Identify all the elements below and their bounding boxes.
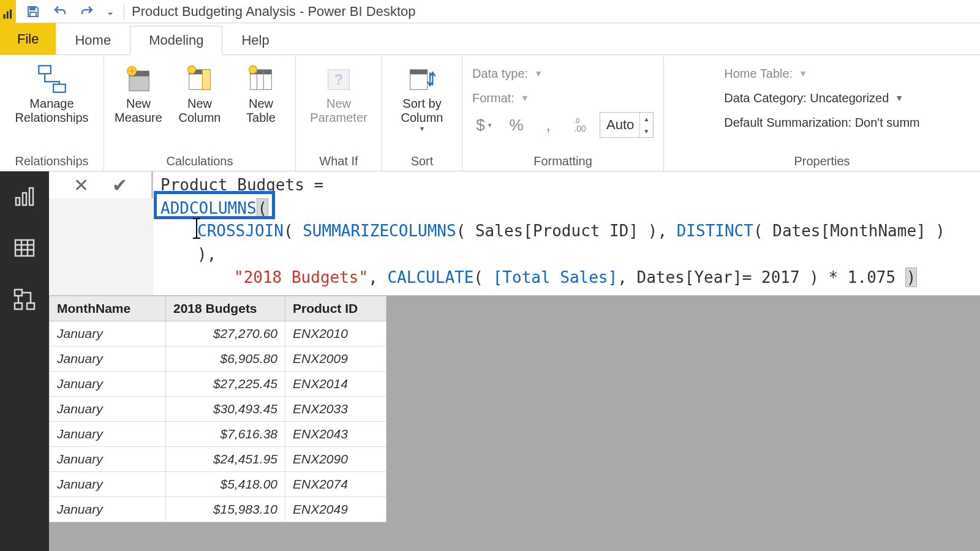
new-table-label: New Table — [246, 97, 276, 125]
window-title: Product Budgeting Analysis - Power BI De… — [132, 4, 415, 20]
svg-point-18 — [249, 66, 257, 73]
new-column-label: New Column — [179, 97, 221, 125]
titlebar: Product Budgeting Analysis - Power BI De… — [0, 0, 980, 23]
data-view-icon[interactable] — [10, 234, 39, 262]
table-row[interactable]: January$15,983.10ENX2049 — [50, 497, 386, 522]
tab-help[interactable]: Help — [222, 26, 288, 55]
svg-rect-31 — [15, 290, 22, 296]
new-table-icon — [244, 62, 277, 96]
home-table-dropdown[interactable]: Home Table:▼ — [724, 61, 919, 86]
new-measure-label: New Measure — [115, 97, 162, 125]
data-category-dropdown[interactable]: Data Category: Uncategorized▼ — [724, 86, 919, 110]
decimal-places-stepper[interactable]: Auto ▲▼ — [600, 112, 654, 138]
percent-button[interactable]: % — [504, 113, 529, 137]
view-switcher — [0, 171, 49, 551]
data-type-dropdown[interactable]: Data type:▼ — [472, 61, 654, 86]
svg-rect-0 — [4, 14, 6, 19]
undo-icon[interactable] — [50, 2, 70, 21]
svg-rect-24 — [23, 193, 26, 205]
formula-editor[interactable]: Product Budgets = ADDCOLUMNS( CROSSJOIN(… — [153, 171, 980, 295]
col-header-productid[interactable]: Product ID — [285, 296, 386, 321]
svg-text:?: ? — [334, 71, 344, 88]
group-whatif-label: What If — [319, 152, 358, 168]
new-measure-button[interactable]: New Measure — [110, 59, 167, 125]
group-properties-label: Properties — [794, 152, 850, 168]
svg-rect-33 — [15, 303, 22, 309]
currency-button[interactable]: $▼ — [472, 113, 497, 137]
group-calculations-label: Calculations — [167, 152, 233, 168]
svg-rect-6 — [53, 84, 66, 92]
col-header-monthname[interactable]: MonthName — [50, 296, 166, 321]
sort-by-column-button[interactable]: Sort by Column ▼ — [388, 59, 456, 132]
save-icon[interactable] — [23, 2, 43, 21]
svg-rect-22 — [410, 70, 428, 75]
default-summarization-dropdown[interactable]: Default Summarization: Don't summ — [724, 110, 919, 135]
data-table-area: MonthName 2018 Budgets Product ID Januar… — [49, 296, 980, 551]
manage-relationships-icon — [36, 62, 69, 96]
formula-bar: ✕ ✔ Product Budgets = ADDCOLUMNS( CROSSJ… — [49, 171, 980, 296]
table-row[interactable]: January$30,493.45ENX2033 — [50, 397, 386, 422]
new-table-button[interactable]: New Table — [233, 59, 289, 125]
decimals-icon: .0.00 — [568, 113, 592, 137]
ribbon: Manage Relationships Relationships New M… — [0, 55, 980, 171]
new-parameter-icon: ? — [322, 62, 355, 96]
commit-formula-icon[interactable]: ✔ — [112, 174, 127, 196]
format-dropdown[interactable]: Format:▼ — [472, 86, 654, 110]
table-row[interactable]: January$27,225.45ENX2014 — [50, 372, 386, 397]
svg-rect-5 — [39, 66, 51, 73]
group-formatting-label: Formatting — [533, 152, 592, 168]
table-header-row: MonthName 2018 Budgets Product ID — [50, 296, 386, 321]
svg-rect-12 — [202, 70, 210, 89]
cancel-formula-icon[interactable]: ✕ — [74, 174, 89, 196]
app-logo — [0, 0, 16, 23]
group-relationships-label: Relationships — [15, 152, 88, 168]
group-sort-label: Sort — [411, 152, 434, 168]
table-row[interactable]: January$5,418.00ENX2074 — [50, 472, 386, 497]
quick-access-toolbar — [16, 2, 124, 21]
table-row[interactable]: January$7,616.38ENX2043 — [50, 422, 386, 447]
col-header-budgets[interactable]: 2018 Budgets — [166, 296, 285, 321]
thousands-button[interactable]: , — [536, 113, 560, 137]
model-view-icon[interactable] — [10, 285, 39, 313]
table-row[interactable]: January$24,451.95ENX2090 — [50, 447, 386, 472]
sort-label: Sort by Column — [401, 97, 443, 125]
sort-icon — [405, 62, 439, 96]
svg-rect-25 — [29, 188, 33, 205]
new-column-icon — [183, 62, 216, 96]
qat-dropdown-icon[interactable] — [104, 2, 116, 21]
manage-relationships-button[interactable]: Manage Relationships — [6, 59, 98, 125]
table-row[interactable]: January$6,905.80ENX2009 — [50, 347, 386, 372]
svg-rect-3 — [30, 7, 35, 10]
tab-modeling[interactable]: Modeling — [130, 26, 222, 55]
chevron-down-icon: ▼ — [419, 125, 426, 132]
svg-rect-23 — [16, 198, 20, 205]
svg-rect-26 — [15, 240, 34, 256]
report-view-icon[interactable] — [10, 182, 39, 211]
tab-home[interactable]: Home — [56, 26, 130, 55]
new-parameter-button[interactable]: ? New Parameter — [302, 59, 375, 125]
redo-icon[interactable] — [77, 2, 97, 21]
svg-rect-32 — [27, 303, 34, 309]
new-column-button[interactable]: New Column — [172, 59, 228, 125]
new-measure-icon — [122, 62, 155, 96]
svg-rect-2 — [10, 9, 12, 18]
manage-relationships-label: Manage Relationships — [15, 97, 88, 125]
tab-file[interactable]: File — [0, 23, 56, 55]
table-row[interactable]: January$27,270.60ENX2010 — [50, 321, 386, 347]
data-table[interactable]: MonthName 2018 Budgets Product ID Januar… — [49, 296, 386, 522]
text-cursor — [196, 218, 197, 239]
work-area: ✕ ✔ Product Budgets = ADDCOLUMNS( CROSSJ… — [0, 171, 980, 551]
svg-point-13 — [188, 66, 196, 73]
new-parameter-label: New Parameter — [310, 97, 367, 125]
svg-rect-1 — [7, 11, 9, 18]
ribbon-tabs: File Home Modeling Help — [0, 23, 980, 55]
svg-rect-4 — [30, 12, 36, 17]
